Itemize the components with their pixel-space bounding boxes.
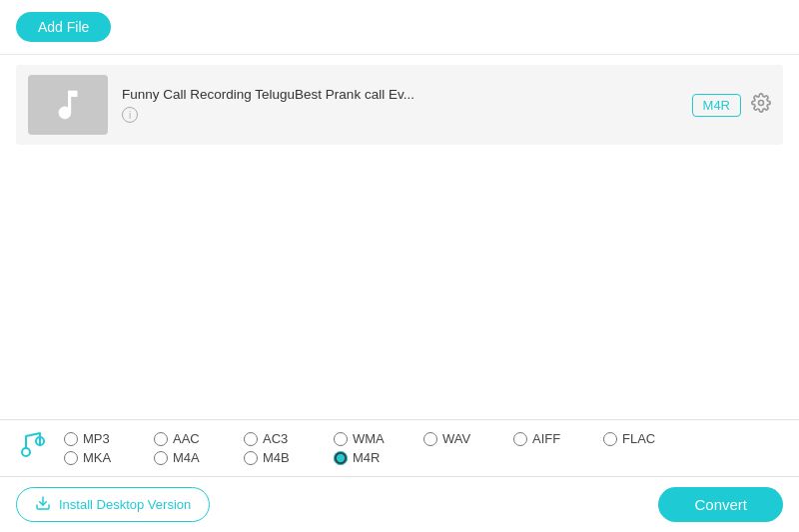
radio-m4a[interactable]	[154, 451, 168, 465]
format-option-ac3[interactable]: AC3	[244, 431, 334, 446]
install-desktop-button[interactable]: Install Desktop Version	[16, 487, 210, 522]
format-option-aiff[interactable]: AIFF	[513, 431, 603, 446]
audio-format-icon	[16, 430, 48, 466]
format-label-m4r: M4R	[353, 450, 380, 465]
file-name: Funny Call Recording TeluguBest Prank ca…	[122, 87, 678, 102]
svg-point-0	[759, 100, 764, 105]
format-badge[interactable]: M4R	[692, 94, 741, 117]
footer: Install Desktop Version Convert	[0, 476, 799, 532]
download-icon	[35, 495, 51, 514]
format-label-mp3: MP3	[83, 431, 110, 446]
file-list: Funny Call Recording TeluguBest Prank ca…	[0, 55, 799, 419]
format-label-m4b: M4B	[263, 450, 290, 465]
format-label-aiff: AIFF	[532, 431, 560, 446]
format-row-1: MP3 AAC AC3 WMA WAV AIFF	[64, 431, 783, 446]
radio-mka[interactable]	[64, 451, 78, 465]
format-option-aac[interactable]: AAC	[154, 431, 244, 446]
radio-mp3[interactable]	[64, 432, 78, 446]
file-item: Funny Call Recording TeluguBest Prank ca…	[16, 65, 783, 145]
convert-button[interactable]: Convert	[658, 487, 783, 522]
format-label-aac: AAC	[173, 431, 200, 446]
radio-aiff[interactable]	[513, 432, 527, 446]
format-label-wav: WAV	[442, 431, 470, 446]
file-actions: M4R	[692, 93, 771, 118]
file-info: Funny Call Recording TeluguBest Prank ca…	[122, 87, 678, 123]
radio-aac[interactable]	[154, 432, 168, 446]
format-option-wma[interactable]: WMA	[334, 431, 423, 446]
file-thumbnail	[28, 75, 108, 135]
format-option-m4a[interactable]: M4A	[154, 450, 244, 465]
format-label-mka: MKA	[83, 450, 111, 465]
format-option-m4b[interactable]: M4B	[244, 450, 334, 465]
format-options: MP3 AAC AC3 WMA WAV AIFF	[64, 431, 783, 465]
radio-flac[interactable]	[603, 432, 617, 446]
radio-m4b[interactable]	[244, 451, 258, 465]
format-option-m4r[interactable]: M4R	[334, 450, 423, 465]
header: Add File	[0, 0, 799, 55]
radio-wma[interactable]	[334, 432, 348, 446]
radio-ac3[interactable]	[244, 432, 258, 446]
format-option-wav[interactable]: WAV	[423, 431, 513, 446]
format-label-flac: FLAC	[622, 431, 655, 446]
format-row-2: MKA M4A M4B M4R	[64, 450, 783, 465]
radio-m4r[interactable]	[334, 451, 348, 465]
format-bar: MP3 AAC AC3 WMA WAV AIFF	[0, 419, 799, 476]
format-label-ac3: AC3	[263, 431, 288, 446]
music-icon	[49, 86, 87, 124]
format-label-m4a: M4A	[173, 450, 200, 465]
format-label-wma: WMA	[353, 431, 385, 446]
radio-wav[interactable]	[423, 432, 437, 446]
format-option-mp3[interactable]: MP3	[64, 431, 154, 446]
format-option-mka[interactable]: MKA	[64, 450, 154, 465]
format-option-flac[interactable]: FLAC	[603, 431, 693, 446]
add-file-button[interactable]: Add File	[16, 12, 111, 42]
install-label: Install Desktop Version	[59, 497, 191, 512]
settings-icon[interactable]	[751, 93, 771, 118]
info-icon[interactable]: i	[122, 107, 138, 123]
